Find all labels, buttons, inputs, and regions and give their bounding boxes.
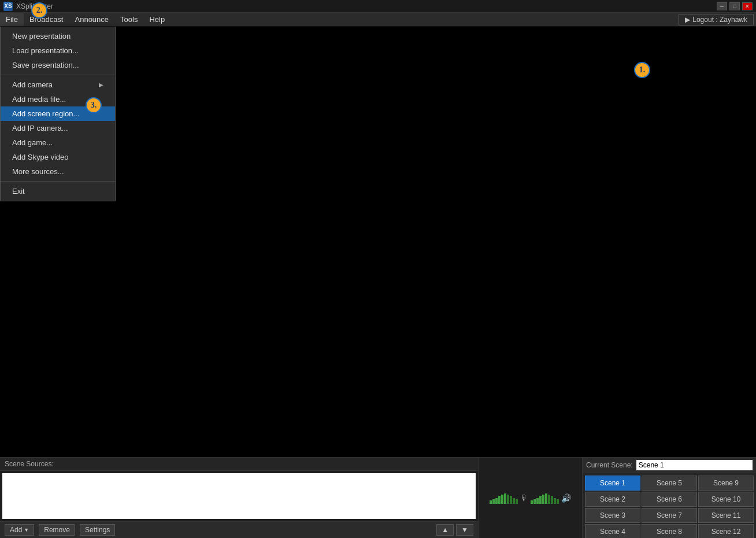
add-source-button[interactable]: Add ▼ [5,524,34,536]
level-bar [548,495,550,504]
scene-sources-header: Scene Sources: [0,458,478,471]
titlebar-controls: ─ □ ✕ [717,2,753,10]
level-bar [504,493,506,504]
scene-button-scene-12[interactable]: Scene 12 [698,524,754,538]
menu-item-add-camera[interactable]: Add camera▶ [1,78,115,92]
level-bars-left [490,492,518,504]
menu-item-add-ip-camera[interactable]: Add IP camera... [1,121,115,135]
scene-button-scene-6[interactable]: Scene 6 [642,492,697,507]
level-bar [542,495,544,504]
file-dropdown-menu: New presentationLoad presentation...Save… [0,27,116,201]
level-bars-right [531,492,559,504]
level-bar [551,496,553,504]
scene-button-scene-2[interactable]: Scene 2 [585,492,640,507]
menu-item-label: Exit [12,187,25,196]
menu-broadcast[interactable]: Broadcast [24,13,69,26]
current-scene-input[interactable] [636,460,753,470]
scene-button-scene-9[interactable]: Scene 9 [698,476,754,491]
level-bar [516,499,518,504]
menu-item-add-game[interactable]: Add game... [1,135,115,150]
mic-icon: 🎙 [520,493,528,503]
level-bar [498,496,501,504]
level-bar [539,496,542,504]
step-badge-1: 1. [634,62,650,78]
level-bar [533,499,536,504]
menu-item-more-sources[interactable]: More sources... [1,164,115,179]
menu-item-label: Load presentation... [12,46,79,55]
scene-sources-panel: Scene Sources: Add ▼ Remove Settings ▲ ▼ [0,458,479,538]
level-bar [501,495,503,504]
scene-button-scene-3[interactable]: Scene 3 [585,508,640,523]
scene-button-scene-11[interactable]: Scene 11 [698,508,754,523]
menu-separator [1,75,115,75]
scene-sources-list [2,473,476,519]
logout-label: Logout : Zayhawk [692,16,747,24]
app-icon: XS [3,2,13,11]
menu-help[interactable]: Help [143,13,171,26]
level-bar [510,496,512,504]
menu-item-new-presentation[interactable]: New presentation [1,29,115,43]
level-bar [492,499,495,504]
add-label: Add [10,526,22,534]
menu-item-label: Save presentation... [12,61,79,69]
menu-item-label: More sources... [12,167,64,176]
scene-button-scene-8[interactable]: Scene 8 [642,524,697,538]
menu-separator [1,181,115,182]
scene-button-scene-7[interactable]: Scene 7 [642,508,697,523]
submenu-arrow-icon: ▶ [99,82,103,88]
level-bar [554,498,556,504]
move-down-button[interactable]: ▼ [456,524,473,536]
level-bar [513,498,515,504]
step-badge-3: 3. [86,97,102,113]
scene-button-scene-10[interactable]: Scene 10 [698,492,754,507]
current-scene-bar: Current Scene: [583,458,756,473]
reorder-buttons: ▲ ▼ [436,524,473,536]
level-bar [490,500,492,504]
menu-item-label: Add camera [12,80,53,89]
titlebar: XS XSplitcaster ─ □ ✕ [0,0,756,13]
step-badge-2: 2. [31,2,47,19]
scene-button-scene-5[interactable]: Scene 5 [642,476,697,491]
menu-item-label: Add screen region... [12,109,79,118]
menu-item-label: Add Skype video [12,153,69,161]
menu-item-exit[interactable]: Exit [1,184,115,198]
logout-arrow: ▶ [685,16,690,24]
menu-item-label: Add game... [12,138,53,147]
bottom-panel: Scene Sources: Add ▼ Remove Settings ▲ ▼… [0,457,756,538]
level-bar [545,493,547,504]
current-scene-label: Current Scene: [586,461,633,469]
scenes-grid: Scene 1Scene 5Scene 9Scene 2Scene 6Scene… [583,473,756,538]
level-bar [536,498,539,504]
menu-file[interactable]: File [0,13,24,26]
speaker-icon: 🔊 [561,493,571,503]
menu-item-add-skype[interactable]: Add Skype video [1,150,115,164]
menu-item-label: New presentation [12,32,71,40]
menu-announce[interactable]: Announce [69,13,115,26]
audio-panel: 🎙 🔊 [479,458,583,538]
maximize-button[interactable]: □ [729,2,740,10]
scene-button-scene-1[interactable]: Scene 1 [585,476,640,491]
add-dropdown-arrow: ▼ [24,527,29,533]
scene-button-scene-4[interactable]: Scene 4 [585,524,640,538]
menu-item-label: Add IP camera... [12,124,68,132]
menu-item-load-presentation[interactable]: Load presentation... [1,43,115,58]
level-bar [507,495,509,504]
menu-item-save-presentation[interactable]: Save presentation... [1,58,115,72]
scene-sources-toolbar: Add ▼ Remove Settings ▲ ▼ [0,521,478,538]
settings-source-button[interactable]: Settings [80,524,115,536]
menubar: File Broadcast Announce Tools Help ▶ Log… [0,13,756,27]
close-button[interactable]: ✕ [742,2,753,10]
level-bar [495,498,498,504]
level-bar [531,500,533,504]
logout-button[interactable]: ▶ Logout : Zayhawk [679,14,754,25]
minimize-button[interactable]: ─ [717,2,727,10]
menu-tools[interactable]: Tools [114,13,143,26]
move-up-button[interactable]: ▲ [436,524,454,536]
scenes-panel: Current Scene: Scene 1Scene 5Scene 9Scen… [583,458,756,538]
remove-source-button[interactable]: Remove [39,524,75,536]
level-bar [557,499,559,504]
menu-item-label: Add media file... [12,95,66,104]
